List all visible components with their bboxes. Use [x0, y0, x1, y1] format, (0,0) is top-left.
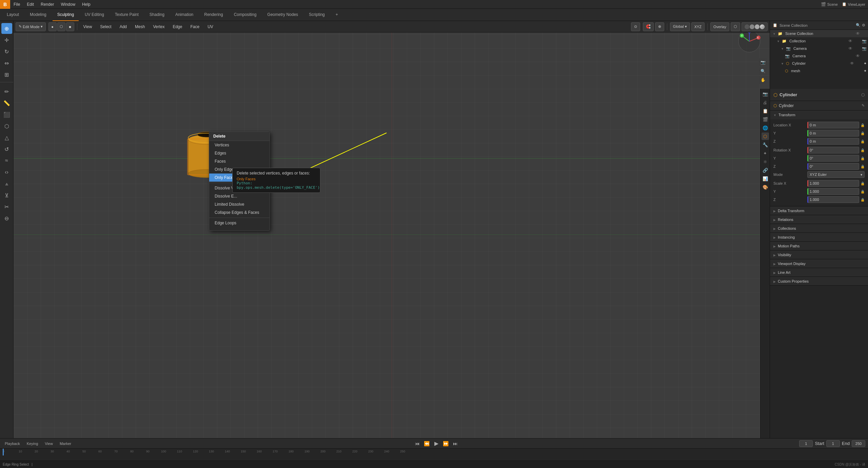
zoom-in-btn[interactable]: 🔍: [759, 67, 767, 75]
jump-to-end-btn[interactable]: ⏭: [451, 440, 459, 448]
overlay-btn[interactable]: Overlay: [710, 22, 729, 31]
vertex-mode-btn[interactable]: ●: [48, 22, 57, 31]
playback-btn[interactable]: Playback: [3, 440, 22, 447]
transform-header[interactable]: Transform: [770, 110, 868, 119]
jump-back-btn[interactable]: ⏪: [423, 440, 431, 448]
tab-compositing[interactable]: Compositing: [229, 9, 261, 21]
constraints-props-btn[interactable]: 🔗: [762, 166, 769, 174]
rotation-z-value[interactable]: 0°: [807, 163, 859, 170]
location-x-value[interactable]: 0 m: [807, 122, 859, 128]
location-y-value[interactable]: 0 m: [807, 130, 859, 137]
cam-child-eye[interactable]: 👁: [856, 54, 860, 58]
location-z-value[interactable]: 0 m: [807, 138, 859, 145]
cursor-tool[interactable]: ⊕: [1, 23, 12, 34]
face-mode-btn[interactable]: ■: [66, 22, 74, 31]
custom-properties-section[interactable]: Custom Properties: [770, 277, 868, 286]
cyl-eye[interactable]: 👁: [850, 61, 854, 66]
location-z-lock[interactable]: 🔒: [861, 140, 865, 143]
location-y-lock[interactable]: 🔒: [861, 131, 865, 135]
collection-eye-icon[interactable]: 👁: [856, 31, 860, 36]
object-props-btn[interactable]: ⬡: [762, 133, 769, 140]
menu-render[interactable]: Render: [37, 0, 57, 9]
scale-tool[interactable]: ⇔: [1, 58, 12, 68]
rotate-tool[interactable]: ↻: [1, 46, 12, 57]
outliner-mesh[interactable]: ⬡ mesh ✦: [770, 67, 868, 75]
spin-tool[interactable]: ↺: [1, 144, 12, 155]
jump-fwd-btn[interactable]: ⏩: [442, 440, 450, 448]
tab-sculpting[interactable]: Sculpting: [53, 9, 79, 21]
keying-btn[interactable]: Keying: [25, 440, 40, 447]
tab-animation[interactable]: Animation: [171, 9, 198, 21]
cyl-filter-icon[interactable]: ✦: [864, 61, 867, 66]
collections-section[interactable]: Collections: [770, 224, 868, 233]
relations-section[interactable]: Relations: [770, 215, 868, 224]
rotation-y-lock[interactable]: 🔒: [861, 157, 865, 160]
data-props-btn[interactable]: 📊: [762, 175, 769, 182]
rip-tool[interactable]: ⊻: [1, 190, 12, 201]
rotation-x-value[interactable]: 0°: [807, 147, 859, 154]
jump-to-start-btn[interactable]: ⏮: [413, 440, 421, 448]
tab-uv-editing[interactable]: UV Editing: [80, 9, 109, 21]
menu-window[interactable]: Window: [57, 0, 79, 9]
ctx-dissolve-faces[interactable]: Limited Dissolve: [209, 200, 270, 208]
tab-geometry-nodes[interactable]: Geometry Nodes: [262, 9, 303, 21]
tab-texture-paint[interactable]: Texture Paint: [110, 9, 143, 21]
snap-btn[interactable]: 🧲: [643, 22, 654, 31]
scale-z-value[interactable]: 1.000: [807, 196, 859, 203]
ctx-faces[interactable]: Faces: [209, 157, 270, 165]
menu-help[interactable]: Help: [79, 0, 94, 9]
vertex-menu[interactable]: Vertex: [150, 22, 168, 31]
tab-scripting[interactable]: Scripting: [304, 9, 330, 21]
camera-view-btn[interactable]: 📷: [759, 58, 767, 66]
tab-layout[interactable]: Layout: [2, 9, 24, 21]
rotation-mode-value[interactable]: XYZ Euler▾: [807, 171, 865, 178]
xray-btn[interactable]: ⬡: [731, 22, 740, 31]
physics-props-btn[interactable]: ⚛: [762, 158, 769, 165]
xyz-label[interactable]: XYZ: [691, 22, 705, 31]
edge-mode-btn[interactable]: ⬡: [57, 22, 65, 31]
view-menu[interactable]: View: [80, 22, 96, 31]
pan-btn[interactable]: ✋: [759, 76, 767, 84]
rotation-x-lock[interactable]: 🔒: [861, 148, 865, 152]
outliner-settings-icon[interactable]: ⚙: [862, 23, 865, 27]
shading-btn[interactable]: [742, 22, 768, 31]
outliner-camera-child[interactable]: 📷 Camera 👁: [770, 52, 868, 60]
cam-parent-cam-icon[interactable]: 📷: [862, 46, 867, 51]
end-frame-field[interactable]: 250: [852, 440, 865, 447]
scale-y-value[interactable]: 1.000: [807, 188, 859, 195]
particles-props-btn[interactable]: ✦: [762, 149, 769, 157]
outliner-scene-collection[interactable]: 📁 Scene Collection 👁: [770, 30, 868, 37]
menu-file[interactable]: File: [10, 0, 23, 9]
output-props-btn[interactable]: 🖨: [762, 99, 769, 106]
obj-expand-icon[interactable]: ⬡: [861, 93, 865, 97]
ctx-vertices[interactable]: Vertices: [209, 141, 270, 149]
scale-y-lock[interactable]: 🔒: [861, 190, 865, 194]
visibility-section[interactable]: Visibility: [770, 250, 868, 259]
face-menu[interactable]: Face: [187, 22, 203, 31]
delta-transform-section[interactable]: Delta Transform: [770, 206, 868, 215]
tab-rendering[interactable]: Rendering: [199, 9, 228, 21]
location-x-lock[interactable]: 🔒: [861, 123, 865, 127]
select-menu[interactable]: Select: [97, 22, 115, 31]
view-layer-props-btn[interactable]: 📋: [762, 107, 769, 115]
motion-paths-section[interactable]: Motion Paths: [770, 242, 868, 250]
ctx-edge-loops[interactable]: [209, 227, 270, 230]
data-edit-icon[interactable]: ✎: [862, 103, 865, 108]
ctx-edges[interactable]: Edges: [209, 149, 270, 157]
mode-selector[interactable]: ✎ Edit Mode ▾: [16, 22, 46, 31]
tab-modeling[interactable]: Modeling: [25, 9, 51, 21]
add-cube-tool[interactable]: ⬛: [1, 109, 12, 120]
scale-x-value[interactable]: 1.000: [807, 180, 859, 187]
mesh-filter-icon[interactable]: ✦: [864, 69, 867, 73]
tab-add[interactable]: +: [331, 9, 343, 21]
scale-x-lock[interactable]: 🔒: [861, 182, 865, 185]
start-frame-field[interactable]: 1: [826, 440, 840, 447]
transform-tool[interactable]: ⊞: [1, 69, 12, 80]
world-props-btn[interactable]: 🌐: [762, 124, 769, 131]
col-eye-icon[interactable]: 👁: [848, 39, 852, 43]
cam-parent-eye[interactable]: 👁: [848, 46, 852, 51]
global-transform-btn[interactable]: Global ▾: [670, 22, 690, 31]
transform-pivot-btn[interactable]: ⊕: [655, 22, 664, 31]
move-tool[interactable]: ✛: [1, 35, 12, 45]
col-cam-icon[interactable]: 📷: [862, 39, 867, 43]
